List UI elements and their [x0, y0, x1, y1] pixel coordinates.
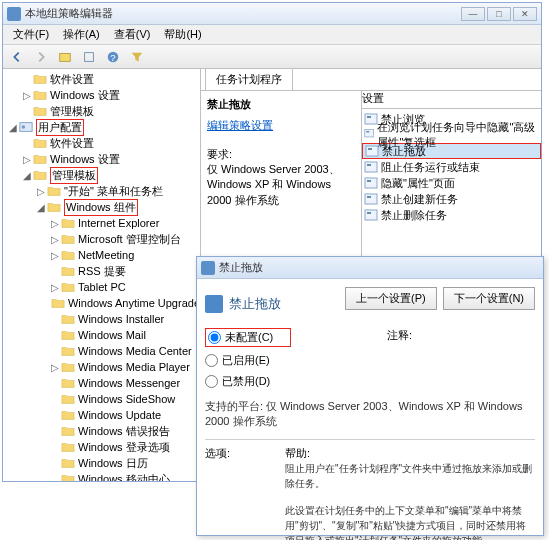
refresh-icon[interactable] — [79, 48, 99, 66]
tree-item[interactable]: Windows Messenger — [3, 375, 200, 391]
menu-file[interactable]: 文件(F) — [7, 25, 55, 44]
folder-icon — [61, 217, 75, 229]
help-label: 帮助: — [285, 446, 535, 461]
setting-row[interactable]: 禁止创建新任务 — [362, 191, 541, 207]
maximize-button[interactable]: □ — [487, 7, 511, 21]
forward-button[interactable] — [31, 48, 51, 66]
menu-help[interactable]: 帮助(H) — [158, 25, 207, 44]
setting-label: 隐藏"属性"页面 — [381, 176, 455, 191]
radio-unconfigured-input[interactable] — [208, 331, 221, 344]
tree-item[interactable]: ▷NetMeeting — [3, 247, 200, 263]
policy-item-icon — [364, 112, 378, 126]
back-button[interactable] — [7, 48, 27, 66]
tab-taskscheduler[interactable]: 任务计划程序 — [205, 68, 293, 90]
tree-pane[interactable]: 软件设置▷Windows 设置管理模板◢用户配置软件设置▷Windows 设置◢… — [3, 69, 201, 481]
tree-label: Windows 移动中心 — [78, 472, 170, 482]
expander-icon[interactable]: ◢ — [21, 170, 33, 181]
expander-icon[interactable]: ◢ — [7, 122, 19, 133]
menu-view[interactable]: 查看(V) — [108, 25, 157, 44]
tree-item[interactable]: ◢Windows 组件 — [3, 199, 200, 215]
tree-label: Windows 设置 — [50, 88, 120, 103]
menu-action[interactable]: 操作(A) — [57, 25, 106, 44]
tree-item[interactable]: ▷Tablet PC — [3, 279, 200, 295]
policy-item-icon — [364, 192, 378, 206]
tree-item[interactable]: Windows 登录选项 — [3, 439, 200, 455]
folder-icon — [61, 409, 75, 421]
tree-item[interactable]: ▷Windows 设置 — [3, 87, 200, 103]
tree-label: Windows Media Player — [78, 361, 190, 373]
expander-icon[interactable]: ▷ — [21, 90, 33, 101]
dialog-body: 禁止拖放 上一个设置(P) 下一个设置(N) 未配置(C) 已启用(E) — [197, 279, 543, 540]
tree-item[interactable]: Windows 错误报告 — [3, 423, 200, 439]
minimize-button[interactable]: — — [461, 7, 485, 21]
expander-icon[interactable]: ▷ — [35, 186, 47, 197]
svg-rect-12 — [365, 162, 377, 172]
policy-item-icon — [364, 176, 378, 190]
folder-icon — [61, 233, 75, 245]
setting-row[interactable]: 阻止任务运行或结束 — [362, 159, 541, 175]
prev-setting-button[interactable]: 上一个设置(P) — [345, 287, 437, 310]
app-icon — [7, 7, 21, 21]
expander-icon[interactable]: ▷ — [49, 282, 61, 293]
tree-item[interactable]: ◢管理模板 — [3, 167, 200, 183]
tree-item[interactable]: ▷"开始" 菜单和任务栏 — [3, 183, 200, 199]
tree-item[interactable]: ▷Windows 设置 — [3, 151, 200, 167]
setting-row[interactable]: 在浏览计划任务向导中隐藏"高级属性"复选框 — [362, 127, 541, 143]
svg-rect-19 — [367, 212, 371, 214]
close-button[interactable]: ✕ — [513, 7, 537, 21]
expander-icon[interactable]: ▷ — [49, 218, 61, 229]
tree-item[interactable]: 软件设置 — [3, 135, 200, 151]
filter-icon[interactable] — [127, 48, 147, 66]
svg-point-5 — [22, 125, 26, 129]
edit-policy-link[interactable]: 编辑策略设置 — [207, 118, 273, 133]
svg-rect-8 — [365, 129, 374, 136]
radio-enabled-input[interactable] — [205, 354, 218, 367]
folder-icon — [61, 457, 75, 469]
expander-icon[interactable]: ▷ — [49, 234, 61, 245]
folder-icon — [61, 377, 75, 389]
expander-icon[interactable]: ◢ — [35, 202, 47, 213]
require-label: 要求: — [207, 147, 355, 162]
tree-item[interactable]: Windows Anytime Upgrade — [3, 295, 200, 311]
dialog-icon — [201, 261, 215, 275]
up-button[interactable] — [55, 48, 75, 66]
radio-enabled[interactable]: 已启用(E) — [205, 353, 291, 368]
tree-item[interactable]: 软件设置 — [3, 71, 200, 87]
folder-icon — [51, 297, 65, 309]
radio-disabled[interactable]: 已禁用(D) — [205, 374, 291, 389]
radio-unconfigured[interactable]: 未配置(C) — [205, 328, 291, 347]
dialog-title: 禁止拖放 — [219, 260, 539, 275]
tree-item[interactable]: ▷Internet Explorer — [3, 215, 200, 231]
svg-rect-13 — [367, 164, 371, 166]
tree-item[interactable]: Windows Media Center — [3, 343, 200, 359]
tree-item[interactable]: ◢用户配置 — [3, 119, 200, 135]
tree-item[interactable]: Windows Update — [3, 407, 200, 423]
next-setting-button[interactable]: 下一个设置(N) — [443, 287, 535, 310]
setting-label: 阻止任务运行或结束 — [381, 160, 480, 175]
expander-icon[interactable]: ▷ — [49, 250, 61, 261]
setting-row[interactable]: 隐藏"属性"页面 — [362, 175, 541, 191]
expander-icon[interactable]: ▷ — [49, 362, 61, 373]
tree-item[interactable]: 管理模板 — [3, 103, 200, 119]
tree-item[interactable]: Windows Mail — [3, 327, 200, 343]
tree-item[interactable]: Windows SideShow — [3, 391, 200, 407]
tree-item[interactable]: RSS 提要 — [3, 263, 200, 279]
dialog-titlebar[interactable]: 禁止拖放 — [197, 257, 543, 279]
tree-label: Windows Media Center — [78, 345, 192, 357]
expander-icon[interactable]: ▷ — [21, 154, 33, 165]
svg-rect-0 — [60, 53, 71, 61]
policy-icon — [205, 295, 223, 313]
tree-item[interactable]: Windows 移动中心 — [3, 471, 200, 481]
tree-item[interactable]: Windows Installer — [3, 311, 200, 327]
tree-item[interactable]: Windows 日历 — [3, 455, 200, 471]
radio-disabled-input[interactable] — [205, 375, 218, 388]
tree-item[interactable]: ▷Windows Media Player — [3, 359, 200, 375]
tree-item[interactable]: ▷Microsoft 管理控制台 — [3, 231, 200, 247]
require-text: 仅 Windows Server 2003、Windows XP 和 Windo… — [207, 162, 355, 208]
help-icon[interactable]: ? — [103, 48, 123, 66]
comment-area: 注释: — [387, 328, 412, 395]
titlebar[interactable]: 本地组策略编辑器 — □ ✕ — [3, 3, 541, 25]
radio-enabled-label: 已启用(E) — [222, 353, 270, 368]
setting-row[interactable]: 禁止删除任务 — [362, 207, 541, 223]
tree-label: Internet Explorer — [78, 217, 159, 229]
